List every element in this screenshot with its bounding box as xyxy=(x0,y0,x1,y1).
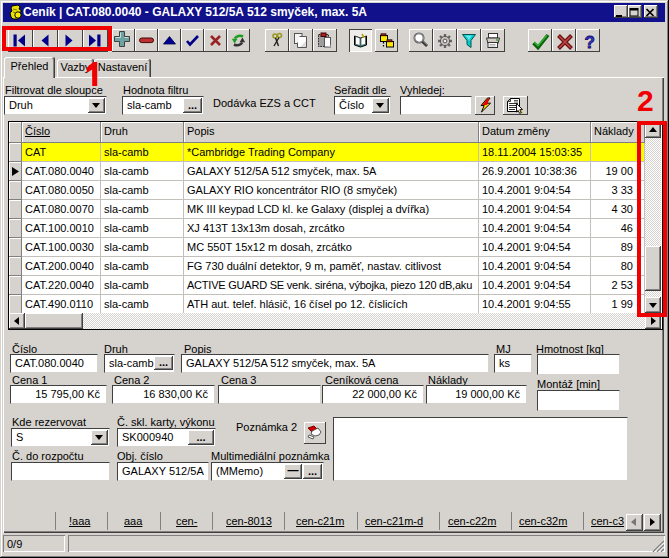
svg-text:?: ? xyxy=(585,33,595,52)
